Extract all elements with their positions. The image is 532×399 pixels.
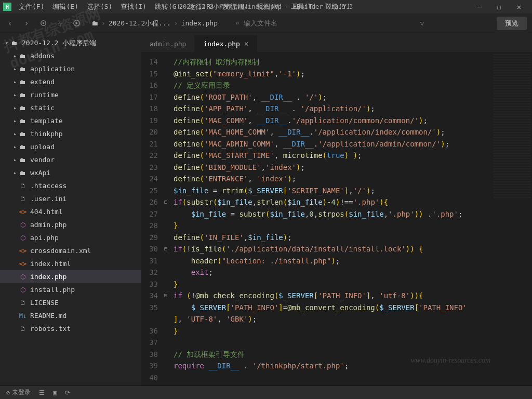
preview-button[interactable]: 预览 bbox=[497, 17, 527, 30]
tree-folder[interactable]: ▸🖿template bbox=[0, 114, 141, 127]
editor-tab[interactable]: admin.php bbox=[141, 36, 195, 52]
close-tab-icon[interactable]: × bbox=[244, 39, 248, 48]
pin-button[interactable] bbox=[38, 19, 48, 28]
tree-file[interactable]: 🗋LICENSE bbox=[0, 296, 141, 309]
file-icon: ⬡ bbox=[19, 273, 27, 281]
nav-back-button[interactable]: ‹ bbox=[5, 19, 15, 28]
tree-file[interactable]: <>index.html bbox=[0, 257, 141, 270]
file-icon: ⬡ bbox=[19, 286, 27, 294]
line-gutter: 1415161718192021222324252627282930313233… bbox=[141, 52, 164, 385]
app-logo: H bbox=[3, 3, 11, 11]
tree-folder[interactable]: ▸🖿extend bbox=[0, 75, 141, 88]
folder-icon: 🖿 bbox=[19, 104, 27, 112]
tree-file[interactable]: M↓README.md bbox=[0, 309, 141, 322]
file-icon: <> bbox=[19, 260, 27, 268]
folder-icon: 🖿 bbox=[19, 52, 27, 60]
tree-root[interactable]: ▾🖿2020-12.2 小程序后端 bbox=[0, 36, 141, 49]
menu-item[interactable]: 选择(S) bbox=[83, 2, 116, 11]
sync-icon[interactable]: ⟳ bbox=[65, 389, 70, 396]
search-input[interactable] bbox=[244, 19, 348, 27]
tree-folder[interactable]: ▸🖿thinkphp bbox=[0, 127, 141, 140]
file-icon: M↓ bbox=[19, 312, 27, 320]
code-content[interactable]: //内存限制 取消内存限制@ini_set("memory_limit",'-1… bbox=[164, 52, 471, 385]
main-area: ▾🖿2020-12.2 小程序后端 ▸🖿addons▸🖿application▸… bbox=[0, 33, 532, 385]
search-box: ⌕ bbox=[235, 19, 348, 27]
breadcrumb: 🖿 › 2020-12.2小程... › index.php bbox=[91, 19, 218, 28]
tab-label: index.php bbox=[203, 40, 240, 48]
nav-forward-button[interactable]: › bbox=[22, 19, 31, 28]
close-button[interactable]: ✕ bbox=[509, 0, 529, 14]
titlebar: H 文件(F)编辑(E)选择(S)查找(I)跳转(G)运行(R)发行(U)视图(… bbox=[0, 0, 532, 14]
tree-folder[interactable]: ▸🖿addons bbox=[0, 49, 141, 62]
toolbar: ‹ › ☆ 🖿 › 2020-12.2小程... › index.php ⌕ ▽… bbox=[0, 14, 532, 33]
file-icon: 🗋 bbox=[19, 299, 27, 307]
folder-icon: 🖿 bbox=[19, 169, 27, 177]
file-icon: <> bbox=[19, 247, 27, 255]
list-icon[interactable]: ☰ bbox=[39, 389, 45, 396]
file-icon: 🗋 bbox=[19, 325, 27, 332]
window-title: 2020-12.2小程序后端/index.php - HBuilder X 2.… bbox=[179, 3, 353, 11]
tree-folder[interactable]: ▸🖿vendor bbox=[0, 153, 141, 166]
status-bar: ⊘未登录 ☰ ▣ ⟳ bbox=[0, 385, 532, 399]
tab-label: admin.php bbox=[150, 40, 186, 48]
tree-folder[interactable]: ▸🖿application bbox=[0, 62, 141, 75]
breadcrumb-file[interactable]: index.php bbox=[181, 19, 218, 27]
window-controls: ─ ☐ ✕ bbox=[470, 0, 529, 14]
folder-icon: 🖿 bbox=[19, 143, 27, 151]
tree-folder[interactable]: ▸🖿wxApi bbox=[0, 166, 141, 179]
editor-tabs: admin.phpindex.php× bbox=[141, 33, 532, 52]
tree-file[interactable]: ⬡install.php bbox=[0, 283, 141, 296]
folder-icon: 🖿 bbox=[19, 65, 27, 73]
file-icon: ⬡ bbox=[19, 234, 27, 242]
breadcrumb-folder[interactable]: 2020-12.2小程... bbox=[109, 19, 171, 28]
filter-icon[interactable]: ▽ bbox=[420, 19, 424, 27]
folder-icon: 🖿 bbox=[19, 78, 27, 86]
tree-file[interactable]: 🗋robots.txt bbox=[0, 322, 141, 335]
folder-icon: 🖿 bbox=[91, 19, 98, 27]
tree-file[interactable]: <>crossdomain.xml bbox=[0, 244, 141, 257]
folder-icon: 🖿 bbox=[19, 91, 27, 99]
login-status[interactable]: ⊘未登录 bbox=[6, 388, 31, 397]
tree-file[interactable]: ⬡index.php bbox=[0, 270, 141, 283]
search-icon[interactable]: ⌕ bbox=[235, 19, 240, 27]
tree-file[interactable]: <>404.html bbox=[0, 205, 141, 218]
tree-folder[interactable]: ▸🖿static bbox=[0, 101, 141, 114]
minimize-button[interactable]: ─ bbox=[470, 0, 489, 14]
folder-icon: 🖿 bbox=[10, 39, 19, 47]
fold-gutter: ⊟⊟⊟ bbox=[164, 56, 170, 385]
svg-point-1 bbox=[43, 23, 44, 24]
file-icon: 🗋 bbox=[19, 195, 27, 203]
star-button[interactable]: ☆ bbox=[55, 19, 64, 28]
editor-area: admin.phpindex.php× 14151617181920212223… bbox=[141, 33, 532, 385]
file-icon: <> bbox=[19, 208, 27, 216]
tree-folder[interactable]: ▸🖿upload bbox=[0, 140, 141, 153]
user-icon: ⊘ bbox=[6, 389, 10, 396]
editor-tab[interactable]: index.php× bbox=[195, 35, 257, 52]
folder-icon: 🖿 bbox=[19, 156, 27, 164]
code-editor[interactable]: 1415161718192021222324252627282930313233… bbox=[141, 52, 532, 385]
menu-item[interactable]: 查找(I) bbox=[116, 2, 150, 11]
maximize-button[interactable]: ☐ bbox=[489, 0, 509, 14]
folder-icon: 🖿 bbox=[19, 117, 27, 125]
file-icon: ⬡ bbox=[19, 221, 27, 229]
tree-file[interactable]: 🗋.user.ini bbox=[0, 192, 141, 205]
tree-file[interactable]: ⬡api.php bbox=[0, 231, 141, 244]
tree-file[interactable]: ⬡admin.php bbox=[0, 218, 141, 231]
tree-file[interactable]: 🗋.htaccess bbox=[0, 179, 141, 192]
menu-item[interactable]: 编辑(E) bbox=[48, 2, 82, 11]
file-explorer: ▾🖿2020-12.2 小程序后端 ▸🖿addons▸🖿application▸… bbox=[0, 33, 141, 385]
menu-item[interactable]: 文件(F) bbox=[15, 2, 48, 11]
folder-icon: 🖿 bbox=[19, 130, 27, 138]
tree-folder[interactable]: ▸🖿runtime bbox=[0, 88, 141, 101]
file-icon: 🗋 bbox=[19, 182, 27, 190]
run-button[interactable] bbox=[72, 19, 81, 28]
terminal-icon[interactable]: ▣ bbox=[53, 389, 57, 396]
